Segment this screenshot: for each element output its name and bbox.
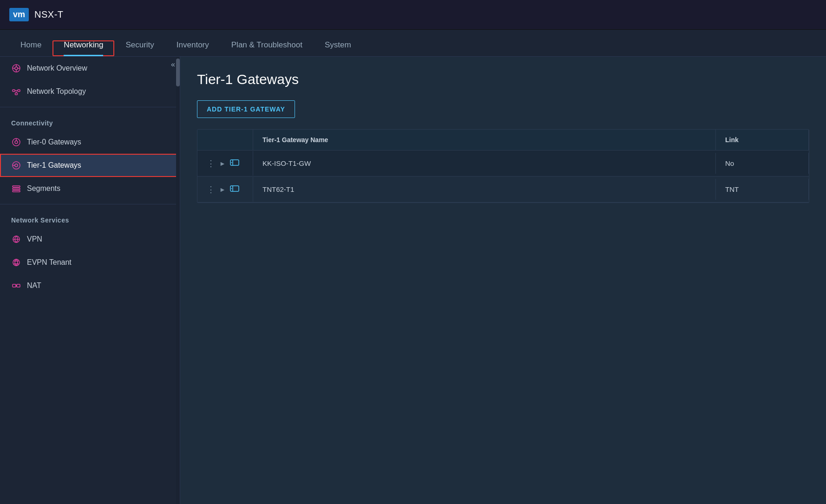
app-title: NSX-T	[34, 9, 64, 20]
tier0-icon	[11, 137, 21, 147]
sidebar: « Network Overview	[0, 57, 180, 504]
svg-rect-23	[13, 284, 16, 287]
network-overview-icon	[11, 63, 21, 73]
sidebar-item-vpn-label: VPN	[27, 235, 42, 243]
nav-item-security[interactable]: Security	[114, 40, 165, 56]
sidebar-item-segments[interactable]: Segments	[0, 177, 180, 200]
sidebar-item-tier0-label: Tier-0 Gateways	[27, 138, 81, 146]
nat-icon	[11, 281, 21, 291]
page-title: Tier-1 Gateways	[197, 72, 809, 87]
table-header-link: Link	[716, 130, 809, 150]
nav-item-networking[interactable]: Networking	[52, 40, 114, 56]
vpn-icon	[11, 234, 21, 244]
gateway-icon-1	[229, 157, 240, 169]
svg-rect-8	[15, 93, 18, 95]
svg-point-28	[231, 162, 232, 163]
sidebar-item-vpn[interactable]: VPN	[0, 228, 180, 251]
content-area: Tier-1 Gateways ADD TIER-1 GATEWAY Tier-…	[180, 57, 826, 504]
svg-point-22	[13, 259, 20, 266]
svg-point-31	[231, 188, 232, 189]
table-header-name: Tier-1 Gateway Name	[253, 130, 716, 150]
table-header-actions	[197, 130, 253, 150]
sidebar-item-network-overview[interactable]: Network Overview	[0, 57, 180, 80]
add-tier1-gateway-button[interactable]: ADD TIER-1 GATEWAY	[197, 100, 295, 118]
gateway-icon-2	[229, 183, 240, 195]
table-cell-actions-1[interactable]: ⋮ ►	[197, 151, 253, 176]
svg-point-12	[15, 141, 18, 144]
table-cell-actions-2[interactable]: ⋮ ►	[197, 177, 253, 202]
tier1-gateways-table: Tier-1 Gateway Name Link ⋮ ► KK	[197, 129, 809, 203]
main-layout: « Network Overview	[0, 57, 826, 504]
nav-item-inventory[interactable]: Inventory	[165, 40, 220, 56]
sidebar-item-tier1-label: Tier-1 Gateways	[27, 161, 81, 170]
top-bar: vm NSX-T	[0, 0, 826, 30]
svg-point-15	[15, 164, 18, 167]
table-cell-link-2: TNT	[716, 179, 809, 200]
sidebar-item-network-topology[interactable]: Network Topology	[0, 80, 180, 103]
sidebar-item-network-overview-label: Network Overview	[27, 64, 87, 72]
row-menu-icon-2[interactable]: ⋮	[207, 184, 216, 195]
sidebar-scroll-thumb	[176, 59, 180, 86]
table-header: Tier-1 Gateway Name Link	[197, 130, 809, 151]
sidebar-divider-2	[0, 204, 180, 204]
row-expand-icon-1[interactable]: ►	[219, 160, 226, 167]
sidebar-collapse-button[interactable]: «	[171, 60, 175, 69]
sidebar-item-evpn-label: EVPN Tenant	[27, 258, 72, 267]
sidebar-item-nat-label: NAT	[27, 281, 41, 290]
table-cell-link-1: No	[716, 153, 809, 174]
svg-rect-17	[13, 186, 20, 187]
nav-item-plan-troubleshoot[interactable]: Plan & Troubleshoot	[220, 40, 314, 56]
table-row[interactable]: ⋮ ► KK-ISO-T1-GW No	[197, 151, 809, 177]
sidebar-item-evpn-tenant[interactable]: EVPN Tenant	[0, 251, 180, 274]
sidebar-divider-1	[0, 107, 180, 107]
vm-logo: vm	[9, 8, 29, 21]
row-expand-icon-2[interactable]: ►	[219, 186, 226, 193]
sidebar-section-connectivity: Connectivity	[0, 111, 180, 131]
nav-item-home[interactable]: Home	[9, 40, 52, 56]
segments-icon	[11, 183, 21, 194]
evpn-icon	[11, 257, 21, 268]
tier1-icon	[11, 160, 21, 170]
row-menu-icon-1[interactable]: ⋮	[207, 158, 216, 169]
table-cell-name-1: KK-ISO-T1-GW	[253, 153, 716, 174]
svg-rect-7	[18, 90, 20, 92]
sidebar-item-segments-label: Segments	[27, 184, 60, 193]
sidebar-section-network-services: Network Services	[0, 208, 180, 228]
nav-bar: Home Networking Security Inventory Plan …	[0, 30, 826, 57]
sidebar-item-nat[interactable]: NAT	[0, 274, 180, 297]
sidebar-item-tier0-gateways[interactable]: Tier-0 Gateways	[0, 131, 180, 154]
svg-rect-6	[13, 90, 15, 92]
svg-rect-18	[13, 188, 20, 190]
svg-rect-19	[13, 190, 20, 192]
sidebar-scrollbar[interactable]	[176, 57, 180, 504]
sidebar-item-network-topology-label: Network Topology	[27, 87, 86, 96]
svg-point-1	[15, 67, 18, 70]
table-row[interactable]: ⋮ ► TNT62-T1 TNT	[197, 177, 809, 203]
sidebar-item-tier1-gateways[interactable]: Tier-1 Gateways	[0, 154, 180, 177]
nav-item-system[interactable]: System	[314, 40, 362, 56]
table-cell-name-2: TNT62-T1	[253, 179, 716, 200]
network-topology-icon	[11, 86, 21, 97]
